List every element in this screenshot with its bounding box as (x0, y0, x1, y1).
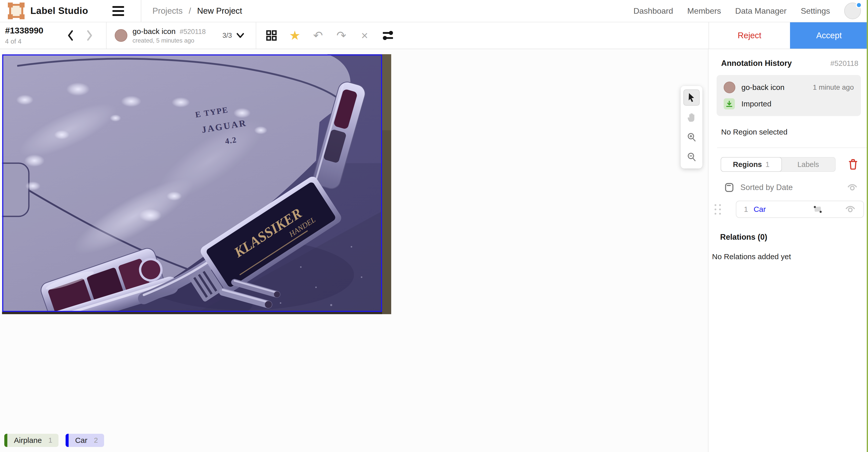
reset-icon[interactable]: × (358, 29, 371, 42)
task-info: #1338990 4 of 4 (5, 26, 43, 46)
label-hotkey: 2 (94, 436, 98, 444)
label-studio-logo-icon (7, 2, 25, 20)
prev-task-button[interactable] (65, 30, 76, 41)
pointer-tool[interactable] (683, 89, 700, 106)
task-position: 4 of 4 (5, 37, 43, 46)
history-entry-card[interactable]: go-back icon 1 minute ago Imported (717, 75, 861, 116)
user-avatar[interactable] (844, 3, 861, 19)
label-color-bar (66, 434, 69, 447)
car-region-bbox[interactable] (3, 55, 381, 311)
history-author: go-back icon (741, 83, 784, 92)
nav-link-data-manager[interactable]: Data Manager (735, 6, 787, 16)
annotation-history-header: Annotation History #520118 (721, 59, 858, 68)
grid-view-icon[interactable] (265, 29, 278, 42)
sort-label: Sorted by Date (740, 183, 793, 192)
zoom-in-tool[interactable] (683, 129, 700, 145)
top-nav: Label Studio Projects / New Project Dash… (0, 0, 868, 22)
annotation-index: 3/3 (223, 32, 232, 39)
nav-link-members[interactable]: Members (687, 6, 721, 16)
annotation-selector[interactable]: go-back icon #520118 created, 5 minutes … (115, 27, 245, 44)
regions-count: 1 (766, 160, 770, 169)
redo-icon[interactable]: ↷ (335, 29, 348, 42)
ground-truth-star-icon[interactable]: ★ (288, 29, 301, 42)
label-chip-airplane[interactable]: Airplane 1 (4, 434, 59, 447)
breadcrumb-separator: / (189, 6, 191, 16)
region-label: Car (753, 205, 766, 214)
annotation-id: #520118 (180, 28, 206, 36)
sort-by-date-control[interactable]: Sorted by Date (724, 182, 858, 192)
canvas-tools-toolbar (681, 86, 703, 169)
nav-links: Dashboard Members Data Manager Settings (633, 6, 830, 16)
toolbar-divider (256, 22, 256, 49)
task-toolbar: #1338990 4 of 4 go-back icon #520118 cre… (0, 22, 868, 49)
photo-bottom-strip (2, 312, 382, 314)
annotation-created: created, 5 minutes ago (132, 37, 206, 44)
region-list: 1 Car (715, 201, 864, 218)
toolbar-divider (106, 22, 106, 49)
tab-labels[interactable]: Labels (781, 158, 835, 171)
notification-dot (856, 2, 862, 8)
breadcrumb-projects[interactable]: Projects (152, 6, 183, 16)
hand-tool[interactable] (683, 109, 700, 125)
sidebar-divider (717, 147, 868, 148)
region-index: 1 (744, 205, 748, 214)
history-annotation-id: #520118 (830, 59, 858, 68)
nav-link-settings[interactable]: Settings (801, 6, 830, 16)
next-task-button[interactable] (84, 30, 95, 41)
reject-button[interactable]: Reject (709, 22, 790, 49)
delete-all-regions-icon[interactable] (847, 159, 859, 170)
task-image[interactable]: E TYPE JAGUAR 4.2 (2, 54, 391, 314)
label-color-bar (4, 434, 7, 447)
brand-title: Label Studio (30, 6, 88, 16)
nav-link-dashboard[interactable]: Dashboard (633, 6, 673, 16)
drag-handle-icon[interactable] (715, 204, 721, 215)
rectangle-region-icon (813, 205, 823, 214)
breadcrumb: Projects / New Project (152, 6, 242, 16)
nav-divider (141, 0, 141, 22)
sort-panel-icon (724, 182, 734, 192)
annotation-meta: go-back icon #520118 created, 5 minutes … (132, 27, 206, 44)
history-title: Annotation History (721, 59, 792, 68)
labels-bar: Airplane 1 Car 2 (4, 434, 104, 447)
history-status: Imported (741, 99, 771, 108)
breadcrumb-current: New Project (197, 6, 242, 16)
accept-button[interactable]: Accept (790, 22, 868, 49)
settings-sliders-icon[interactable] (381, 29, 395, 42)
regions-labels-tabs: Regions 1 Labels (721, 157, 859, 172)
tab-regions[interactable]: Regions 1 (721, 157, 782, 172)
region-visibility-icon[interactable] (845, 205, 856, 214)
label-hotkey: 1 (49, 436, 53, 444)
task-toolbar-left: #1338990 4 of 4 go-back icon #520118 cre… (0, 22, 709, 49)
label-chip-car[interactable]: Car 2 (66, 434, 104, 447)
annotation-tools: ★ ↶ ↷ × (265, 29, 395, 42)
history-author-avatar (724, 82, 735, 93)
imported-icon (724, 98, 735, 110)
region-row-car[interactable]: 1 Car (736, 201, 864, 218)
task-nav-arrows (65, 30, 95, 41)
annotation-author: go-back icon (132, 27, 176, 36)
relations-empty-text: No Relations added yet (712, 252, 868, 261)
zoom-out-tool[interactable] (683, 149, 700, 165)
no-region-text: No Region selected (721, 128, 868, 136)
undo-icon[interactable]: ↶ (311, 29, 324, 42)
toggle-visibility-all-icon[interactable] (847, 183, 858, 192)
details-sidebar: Annotation History #520118 go-back icon … (708, 49, 868, 452)
label-studio-app: { "topnav": { "brand": "Label Studio", "… (0, 0, 868, 452)
annotator-avatar (115, 29, 127, 42)
screen-edge-artifact (867, 0, 868, 452)
annotation-canvas[interactable]: E TYPE JAGUAR 4.2 (0, 49, 708, 452)
task-id: #1338990 (5, 26, 43, 35)
hamburger-menu-icon[interactable] (113, 6, 124, 16)
history-time: 1 minute ago (813, 83, 854, 91)
chevron-down-icon[interactable] (236, 32, 245, 38)
relations-title: Relations (0) (720, 233, 868, 242)
